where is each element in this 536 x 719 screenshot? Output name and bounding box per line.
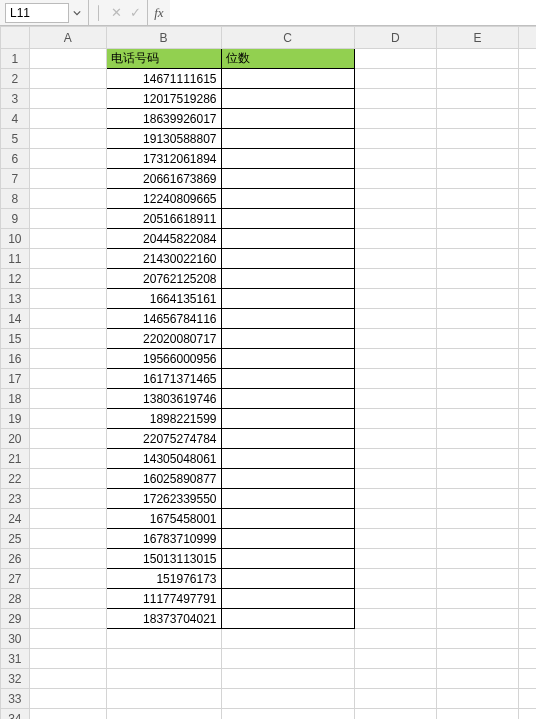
cell-D25[interactable] xyxy=(354,529,436,549)
cell-A19[interactable] xyxy=(29,409,106,429)
cell-C21[interactable] xyxy=(221,449,354,469)
cell-C1[interactable]: 位数 xyxy=(221,49,354,69)
cell-E27[interactable] xyxy=(436,569,518,589)
cell-B24[interactable]: 1675458001 xyxy=(106,509,221,529)
row-header[interactable]: 24 xyxy=(1,509,30,529)
row-header[interactable]: 9 xyxy=(1,209,30,229)
cell-B3[interactable]: 12017519286 xyxy=(106,89,221,109)
cell-C16[interactable] xyxy=(221,349,354,369)
cell-A8[interactable] xyxy=(29,189,106,209)
cell-C2[interactable] xyxy=(221,69,354,89)
col-header-F[interactable] xyxy=(518,27,536,49)
cell-F22[interactable] xyxy=(518,469,536,489)
cell-A27[interactable] xyxy=(29,569,106,589)
cell-D19[interactable] xyxy=(354,409,436,429)
cell-D29[interactable] xyxy=(354,609,436,629)
cell-B31[interactable] xyxy=(106,649,221,669)
cell-E15[interactable] xyxy=(436,329,518,349)
cell-C12[interactable] xyxy=(221,269,354,289)
row-header[interactable]: 1 xyxy=(1,49,30,69)
row-header[interactable]: 33 xyxy=(1,689,30,709)
row-header[interactable]: 19 xyxy=(1,409,30,429)
row-header[interactable]: 4 xyxy=(1,109,30,129)
cell-B27[interactable]: 151976173 xyxy=(106,569,221,589)
cell-D9[interactable] xyxy=(354,209,436,229)
cell-F16[interactable] xyxy=(518,349,536,369)
cell-B13[interactable]: 1664135161 xyxy=(106,289,221,309)
cell-B2[interactable]: 14671111615 xyxy=(106,69,221,89)
cell-E13[interactable] xyxy=(436,289,518,309)
cell-D26[interactable] xyxy=(354,549,436,569)
cell-C34[interactable] xyxy=(221,709,354,720)
cell-B16[interactable]: 19566000956 xyxy=(106,349,221,369)
cell-F25[interactable] xyxy=(518,529,536,549)
cell-B8[interactable]: 12240809665 xyxy=(106,189,221,209)
cell-C17[interactable] xyxy=(221,369,354,389)
cell-D31[interactable] xyxy=(354,649,436,669)
cell-F28[interactable] xyxy=(518,589,536,609)
cell-A23[interactable] xyxy=(29,489,106,509)
cell-E7[interactable] xyxy=(436,169,518,189)
cell-D18[interactable] xyxy=(354,389,436,409)
row-header[interactable]: 26 xyxy=(1,549,30,569)
cell-A18[interactable] xyxy=(29,389,106,409)
cell-C28[interactable] xyxy=(221,589,354,609)
cell-B19[interactable]: 1898221599 xyxy=(106,409,221,429)
row-header[interactable]: 13 xyxy=(1,289,30,309)
cell-B5[interactable]: 19130588807 xyxy=(106,129,221,149)
cell-C18[interactable] xyxy=(221,389,354,409)
cell-F34[interactable] xyxy=(518,709,536,720)
row-header[interactable]: 12 xyxy=(1,269,30,289)
cell-E21[interactable] xyxy=(436,449,518,469)
cell-C6[interactable] xyxy=(221,149,354,169)
cell-C22[interactable] xyxy=(221,469,354,489)
cell-C30[interactable] xyxy=(221,629,354,649)
col-header-C[interactable]: C xyxy=(221,27,354,49)
cell-E32[interactable] xyxy=(436,669,518,689)
cell-C10[interactable] xyxy=(221,229,354,249)
cell-D20[interactable] xyxy=(354,429,436,449)
row-header[interactable]: 29 xyxy=(1,609,30,629)
cell-C11[interactable] xyxy=(221,249,354,269)
cell-B17[interactable]: 16171371465 xyxy=(106,369,221,389)
cell-B11[interactable]: 21430022160 xyxy=(106,249,221,269)
cell-C32[interactable] xyxy=(221,669,354,689)
cell-F2[interactable] xyxy=(518,69,536,89)
cell-F29[interactable] xyxy=(518,609,536,629)
row-header[interactable]: 28 xyxy=(1,589,30,609)
cell-C26[interactable] xyxy=(221,549,354,569)
cell-B12[interactable]: 20762125208 xyxy=(106,269,221,289)
cell-F12[interactable] xyxy=(518,269,536,289)
row-header[interactable]: 2 xyxy=(1,69,30,89)
cell-C9[interactable] xyxy=(221,209,354,229)
cell-E31[interactable] xyxy=(436,649,518,669)
row-header[interactable]: 30 xyxy=(1,629,30,649)
cell-D11[interactable] xyxy=(354,249,436,269)
cell-C8[interactable] xyxy=(221,189,354,209)
cell-F6[interactable] xyxy=(518,149,536,169)
cell-A20[interactable] xyxy=(29,429,106,449)
cell-B1[interactable]: 电话号码 xyxy=(106,49,221,69)
row-header[interactable]: 21 xyxy=(1,449,30,469)
cell-B9[interactable]: 20516618911 xyxy=(106,209,221,229)
cell-B20[interactable]: 22075274784 xyxy=(106,429,221,449)
cell-E1[interactable] xyxy=(436,49,518,69)
cell-C31[interactable] xyxy=(221,649,354,669)
cell-D33[interactable] xyxy=(354,689,436,709)
cell-A13[interactable] xyxy=(29,289,106,309)
cell-A32[interactable] xyxy=(29,669,106,689)
cell-E26[interactable] xyxy=(436,549,518,569)
cell-E11[interactable] xyxy=(436,249,518,269)
cell-B32[interactable] xyxy=(106,669,221,689)
cell-E17[interactable] xyxy=(436,369,518,389)
row-header[interactable]: 6 xyxy=(1,149,30,169)
cell-A14[interactable] xyxy=(29,309,106,329)
cell-A16[interactable] xyxy=(29,349,106,369)
cell-F8[interactable] xyxy=(518,189,536,209)
cell-E10[interactable] xyxy=(436,229,518,249)
row-header[interactable]: 25 xyxy=(1,529,30,549)
cell-F1[interactable] xyxy=(518,49,536,69)
row-header[interactable]: 14 xyxy=(1,309,30,329)
cell-E8[interactable] xyxy=(436,189,518,209)
cell-C5[interactable] xyxy=(221,129,354,149)
